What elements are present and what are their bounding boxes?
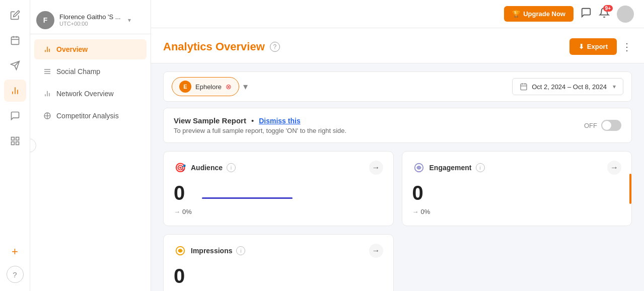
audience-title-row: 🎯 Audience i (174, 161, 236, 174)
engagement-change-pct: 0% (421, 208, 431, 215)
impressions-arrow-icon[interactable]: → (369, 244, 383, 258)
competitor-icon (43, 112, 51, 120)
engagement-icon (412, 161, 425, 174)
svg-rect-0 (11, 37, 19, 44)
svg-point-32 (179, 250, 181, 252)
notifications-icon[interactable]: 9+ (599, 7, 610, 21)
svg-rect-11 (16, 142, 19, 145)
audience-value: 0 (174, 183, 192, 203)
impressions-title-row: Impressions i (174, 244, 245, 257)
profile-avatar[interactable] (617, 6, 634, 23)
engagement-change: → 0% (412, 208, 622, 215)
topbar-right: 🏆 Upgrade Now 9+ (504, 6, 634, 23)
account-name: Ephelore (195, 83, 222, 91)
engagement-card-header: Engagement i → (412, 161, 622, 175)
impressions-card-header: Impressions i → (174, 244, 383, 258)
impressions-card: Impressions i → 0 (163, 234, 394, 291)
sidebar-item-label-social-champ: Social Champ (56, 67, 100, 76)
impressions-icon (174, 244, 187, 257)
engagement-info-icon[interactable]: i (476, 163, 485, 172)
page-header: Analytics Overview ? ⬇ Export ⋮ (151, 28, 644, 63)
more-options-button[interactable]: ⋮ (622, 41, 632, 53)
engagement-title: Engagement (430, 164, 472, 172)
content-area: Analytics Overview ? ⬇ Export ⋮ E Ephelo… (151, 28, 644, 291)
send-icon[interactable] (4, 54, 26, 77)
audience-change-arrow-icon: → (174, 208, 180, 215)
user-name: Florence Gaitho 'S ... (59, 13, 121, 21)
page-title-row: Analytics Overview ? (163, 40, 280, 53)
impressions-info-icon[interactable]: i (236, 246, 245, 255)
help-bottom-icon[interactable]: ? (7, 266, 24, 283)
export-download-icon: ⬇ (579, 43, 584, 50)
messages-icon[interactable] (581, 7, 592, 21)
sidebar-item-competitor-analysis[interactable]: Competitor Analysis (34, 106, 147, 126)
svg-rect-25 (521, 84, 527, 90)
sidebar-item-label-overview: Overview (56, 45, 88, 53)
calendar-icon[interactable] (4, 29, 26, 51)
main-top-bar: 🏆 Upgrade Now 9+ (151, 0, 644, 28)
engagement-card: Engagement i → 0 → 0% (402, 151, 632, 226)
user-section[interactable]: F Florence Gaitho 'S ... UTC+00:00 ▾ (36, 11, 131, 29)
user-info: Florence Gaitho 'S ... UTC+00:00 (59, 13, 121, 27)
bar-chart-nav-icon[interactable] (4, 130, 26, 152)
date-picker[interactable]: Oct 2, 2024 – Oct 8, 2024 ▾ (512, 78, 623, 95)
edit-icon[interactable] (4, 4, 26, 26)
dismiss-link[interactable]: Dismiss this (259, 117, 300, 125)
sample-report-banner: View Sample Report • Dismiss this To pre… (163, 108, 632, 143)
export-button[interactable]: ⬇ Export (569, 38, 617, 55)
audience-change: → 0% (174, 208, 192, 215)
date-chevron-icon: ▾ (613, 83, 616, 90)
audience-arrow-icon[interactable]: → (369, 161, 383, 175)
upgrade-button[interactable]: 🏆 Upgrade Now (504, 6, 574, 22)
upgrade-label: Upgrade Now (523, 10, 565, 18)
chip-warning-icon: ⊗ (226, 83, 232, 91)
audience-icon: 🎯 (174, 161, 187, 174)
sidebar-item-label-competitor-analysis: Competitor Analysis (56, 112, 119, 120)
chat-nav-icon[interactable] (4, 105, 26, 127)
account-chevron-icon[interactable]: ▾ (243, 81, 248, 92)
page-help-icon[interactable]: ? (270, 42, 280, 52)
page-title: Analytics Overview (163, 40, 265, 53)
analytics-nav-icon[interactable] (4, 80, 26, 102)
sample-banner-text: View Sample Report • Dismiss this To pre… (174, 116, 346, 134)
svg-rect-12 (11, 142, 14, 145)
sidebar-item-overview[interactable]: Overview (34, 39, 147, 59)
add-icon[interactable]: + (4, 241, 26, 263)
metric-cards-grid: 🎯 Audience i → 0 → 0% (163, 151, 632, 291)
sample-report-title: View Sample Report • Dismiss this (174, 116, 346, 125)
sidebar-item-network-overview[interactable]: Network Overview (34, 84, 147, 104)
svg-rect-9 (11, 137, 14, 140)
calendar-date-icon (520, 83, 528, 91)
content-inner: E Ephelore ⊗ ▾ Oct 2, 2024 – Oct 8, 2024… (151, 63, 644, 291)
top-bar: F Florence Gaitho 'S ... UTC+00:00 ▾ (30, 6, 151, 34)
impressions-title: Impressions (191, 247, 232, 255)
date-range-label: Oct 2, 2024 – Oct 8, 2024 (532, 83, 607, 91)
notification-badge: 9+ (603, 5, 613, 12)
audience-info-icon[interactable]: i (227, 163, 236, 172)
impressions-value: 0 (174, 266, 383, 286)
engagement-change-arrow-icon: → (412, 208, 419, 215)
audience-card-header: 🎯 Audience i → (174, 161, 383, 175)
audience-title: Audience (191, 164, 223, 172)
audience-change-pct: 0% (182, 208, 192, 215)
engagement-value: 0 (412, 183, 622, 203)
account-selector-row: E Ephelore ⊗ ▾ Oct 2, 2024 – Oct 8, 2024… (163, 71, 632, 102)
avatar: F (36, 11, 54, 29)
icon-bar: + ? (0, 0, 30, 291)
engagement-title-row: Engagement i (412, 161, 485, 174)
icon-bar-bottom: + ? (4, 241, 26, 287)
sidebar-item-social-champ[interactable]: Social Champ (34, 61, 147, 82)
user-chevron-icon[interactable]: ▾ (128, 17, 131, 24)
account-avatar: E (179, 81, 191, 93)
network-overview-icon (43, 90, 51, 98)
svg-point-30 (418, 167, 419, 168)
audience-chart-line (202, 197, 293, 199)
audience-card: 🎯 Audience i → 0 → 0% (163, 151, 394, 226)
sample-report-description: To preview a full sample report, toggle … (174, 127, 346, 134)
social-champ-icon (43, 67, 51, 76)
engagement-arrow-icon[interactable]: → (607, 161, 621, 175)
sample-report-toggle[interactable] (601, 120, 621, 131)
scroll-indicator (629, 174, 631, 204)
user-timezone: UTC+00:00 (59, 21, 121, 27)
account-chip[interactable]: E Ephelore ⊗ (172, 77, 239, 96)
